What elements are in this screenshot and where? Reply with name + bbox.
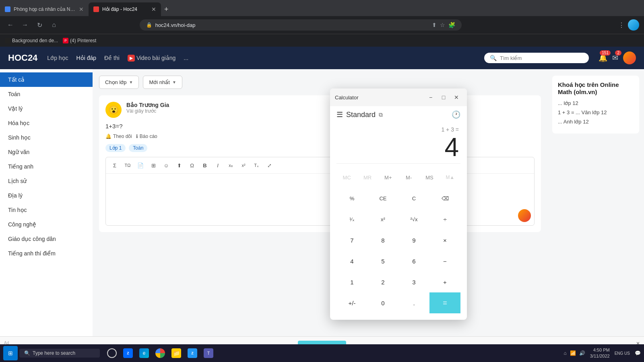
sidebar-item-hoahoc[interactable]: Hóa học — [0, 116, 93, 130]
calc-equals-button[interactable]: = — [429, 292, 460, 313]
calc-sqrt-button[interactable]: ²√x — [398, 209, 429, 230]
calc-mc-button[interactable]: MC — [336, 167, 357, 188]
forward-button[interactable]: → — [19, 21, 31, 29]
calc-maximize-button[interactable]: □ — [438, 92, 449, 103]
tool-file[interactable]: 📄 — [135, 160, 146, 171]
calc-4-button[interactable]: 4 — [336, 251, 367, 272]
tool-subscript[interactable]: x₂ — [225, 160, 236, 171]
search-bar[interactable]: 🔍 — [484, 53, 589, 63]
site-logo[interactable]: HOC24 — [8, 53, 37, 63]
sidebar-item-toan[interactable]: Toán — [0, 87, 93, 101]
tool-tex[interactable]: TΩ — [122, 160, 133, 171]
calc-ce-button[interactable]: CE — [367, 188, 398, 209]
sidebar-item-tienganhtd[interactable]: Tiếng anh thí điểm — [0, 246, 93, 261]
tab-close-1[interactable]: ✕ — [79, 6, 84, 12]
calc-negate-button[interactable]: +/- — [336, 292, 367, 313]
nav-dethi[interactable]: Đề thi — [104, 55, 120, 61]
taskbar-icon-zalo[interactable]: Z — [121, 346, 135, 360]
class-filter-button[interactable]: Chọn lớp ▼ — [99, 76, 139, 89]
tool-sigma[interactable]: Σ — [109, 160, 120, 171]
report-button[interactable]: ℹ Báo cáo — [136, 134, 157, 139]
calc-5-button[interactable]: 5 — [367, 251, 398, 272]
taskbar-icon-circle[interactable] — [105, 346, 119, 360]
tool-omega[interactable]: Ω — [186, 160, 198, 171]
calc-multiply-button[interactable]: × — [429, 230, 460, 251]
back-button[interactable]: ← — [5, 21, 16, 29]
calc-6-button[interactable]: 6 — [398, 251, 429, 272]
new-tab-button[interactable]: + — [161, 5, 172, 14]
notification-icon[interactable]: 💬 — [635, 350, 641, 356]
user-avatar[interactable] — [623, 51, 636, 64]
taskbar-time[interactable]: 4:50 PM 3/11/2022 — [590, 347, 610, 360]
follow-button[interactable]: 🔔 Theo dõi — [105, 134, 132, 139]
calc-percent-button[interactable]: % — [336, 188, 367, 209]
nav-lophoc[interactable]: Lớp học — [47, 55, 68, 61]
tool-italic[interactable]: I — [212, 160, 223, 171]
star-icon[interactable]: ☆ — [440, 22, 445, 28]
calc-mminus-button[interactable]: M- — [398, 167, 419, 188]
url-bar[interactable]: 🔒 hoc24.vn/hoi-dap ⬆ ☆ 🧩 — [140, 19, 462, 31]
calc-history-icon[interactable]: 🕐 — [452, 110, 460, 119]
calc-mup-button[interactable]: M▲ — [440, 167, 460, 188]
extension-icon[interactable]: 🧩 — [448, 22, 455, 28]
promo-item-1[interactable]: ... lớp 12 — [558, 100, 634, 106]
calc-9-button[interactable]: 9 — [398, 230, 429, 251]
calc-divide-button[interactable]: ÷ — [429, 209, 460, 230]
taskbar-icon-edge[interactable]: e — [137, 346, 151, 360]
calc-2-button[interactable]: 2 — [367, 272, 398, 292]
calc-minimize-button[interactable]: − — [425, 92, 436, 103]
taskbar-icon-files[interactable]: 📁 — [169, 346, 184, 360]
calc-mode-icon[interactable]: ⧉ — [379, 111, 383, 118]
sidebar-item-vatly[interactable]: Vật lý — [0, 101, 93, 116]
share-icon[interactable]: ⬆ — [432, 22, 437, 28]
search-input[interactable] — [500, 55, 583, 61]
refresh-button[interactable]: ↻ — [34, 21, 45, 29]
calc-add-button[interactable]: + — [429, 272, 460, 292]
tool-table[interactable]: ⊞ — [148, 160, 159, 171]
calc-8-button[interactable]: 8 — [367, 230, 398, 251]
tool-bold[interactable]: B — [199, 160, 211, 171]
promo-item-2[interactable]: 1 + 3 = ... Văn lớp 12 — [558, 109, 634, 115]
sidebar-item-lichsu[interactable]: Lịch sử — [0, 174, 93, 188]
sidebar-item-sinhhoc[interactable]: Sinh học — [0, 130, 93, 145]
taskbar-icon-teams[interactable]: T — [201, 346, 216, 360]
sidebar-item-tinhoc[interactable]: Tin học — [0, 203, 93, 217]
browser-profile-icon[interactable] — [628, 19, 639, 31]
sidebar-item-gdcd[interactable]: Giáo dục công dân — [0, 232, 93, 246]
nav-hoidap[interactable]: Hỏi đáp — [76, 55, 96, 61]
tool-fullscreen[interactable]: ⤢ — [264, 160, 275, 171]
messages-icon[interactable]: ✉ 2 — [612, 53, 618, 62]
calc-7-button[interactable]: 7 — [336, 230, 367, 251]
calc-1-button[interactable]: 1 — [336, 272, 367, 292]
tab-inactive[interactable]: Phòng họp cá nhân của Ngô... ✕ — [0, 2, 89, 16]
editor-body[interactable] — [106, 174, 534, 206]
bookmark-2[interactable]: P (4) Pinterest — [63, 38, 96, 43]
calc-menu-icon[interactable]: ☰ — [336, 110, 343, 119]
tool-emoji[interactable]: ☺ — [161, 160, 172, 171]
calc-reciprocal-button[interactable]: ¹⁄ₓ — [336, 209, 367, 230]
calc-backspace-button[interactable]: ⌫ — [429, 188, 460, 209]
taskbar-search[interactable]: 🔍 Type here to search — [19, 349, 100, 358]
bookmark-1[interactable]: Background đen de... — [5, 38, 58, 43]
calc-subtract-button[interactable]: − — [429, 251, 460, 272]
tab-active[interactable]: Hỏi đáp - Hoc24 ✕ — [89, 2, 161, 16]
tool-superscript[interactable]: x² — [238, 160, 249, 171]
tool-format[interactable]: Tₓ — [251, 160, 262, 171]
calc-0-button[interactable]: 0 — [367, 292, 398, 313]
notification-bell[interactable]: 🔔 151 — [599, 53, 607, 62]
sidebar-item-nguvan[interactable]: Ngữ văn — [0, 145, 93, 159]
home-button[interactable]: ⌂ — [48, 21, 60, 29]
calc-close-button[interactable]: ✕ — [451, 92, 462, 103]
taskbar-icon-chrome[interactable] — [153, 346, 167, 360]
tool-upload[interactable]: ⬆ — [173, 160, 185, 171]
tab-close-2[interactable]: ✕ — [151, 6, 156, 12]
nav-video[interactable]: ▶ Video bài giảng — [128, 55, 175, 62]
calc-mr-button[interactable]: MR — [357, 167, 378, 188]
calc-3-button[interactable]: 3 — [398, 272, 429, 292]
start-button[interactable]: ⊞ — [3, 346, 18, 360]
tag-lop1[interactable]: Lớp 1 — [105, 144, 126, 152]
more-tools-button[interactable]: ⋮ — [618, 21, 625, 29]
calc-c-button[interactable]: C — [398, 188, 429, 209]
sidebar-item-tatca[interactable]: Tất cả — [0, 72, 93, 87]
sidebar-item-dialy[interactable]: Địa lý — [0, 188, 93, 203]
